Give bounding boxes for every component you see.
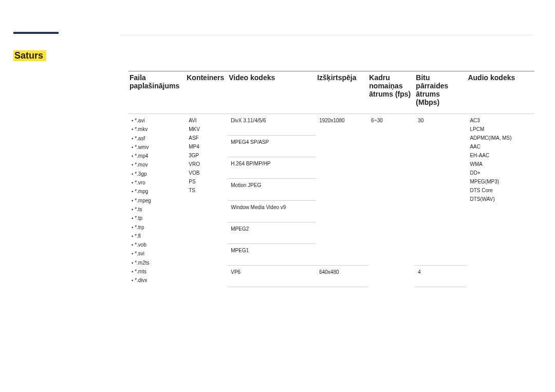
list-item: MKV <box>189 125 225 134</box>
cell-containers: AVI MKV ASF MP4 3GP VRO VOB PS TS <box>186 114 228 287</box>
list-item: *.tp <box>132 214 182 222</box>
list-item: *.vro <box>132 178 182 187</box>
list-item: *.wmv <box>132 143 182 152</box>
th-bitrate: Bitu pārraides ātrums (Mbps) <box>415 71 467 114</box>
list-item: PS <box>189 177 225 186</box>
list-item: TS <box>189 186 225 195</box>
list-item: 3GP <box>189 151 225 160</box>
cell-fps: 6~30 <box>368 114 415 287</box>
list-item: *.asf <box>132 134 182 143</box>
list-item: AVI <box>189 116 225 125</box>
list-item: *.mkv <box>132 125 182 134</box>
list-item: DTS(WAV) <box>470 195 531 203</box>
list-item: *.mts <box>132 267 182 276</box>
list-item: *.vob <box>132 240 182 249</box>
list-item: *.mpg <box>132 187 182 196</box>
table-row: *.avi *.mkv *.asf *.wmv *.mp4 *.mov *.3g… <box>128 114 534 136</box>
section-title: Saturs <box>13 50 46 61</box>
cell-bitrate: 4 <box>415 265 467 287</box>
cell-codec: H.264 BP/MP/HP <box>228 157 316 179</box>
cell-codec: DivX 3.11/4/5/6 <box>228 114 316 136</box>
list-item: ASF <box>189 134 225 142</box>
list-item: *.trp <box>132 223 182 232</box>
cell-codec: Window Media Video v9 <box>228 200 316 222</box>
list-item: EH-AAC <box>470 151 531 160</box>
table-header-row: Faila paplašinājums Konteiners Video kod… <box>128 71 534 114</box>
horizontal-rule <box>121 35 532 35</box>
list-item: *.avi <box>132 116 182 125</box>
cell-codec: VP6 <box>228 265 316 287</box>
list-item: *.mp4 <box>132 152 182 160</box>
cell-codec: MPEG1 <box>228 244 316 265</box>
list-item: AC3 <box>470 116 531 125</box>
th-audio: Audio kodeks <box>467 71 534 114</box>
cell-resolution: 640x480 <box>316 265 368 287</box>
list-item: *.svi <box>132 249 182 258</box>
decor-bar <box>13 32 59 34</box>
cell-codec: MPEG2 <box>228 222 316 244</box>
cell-codec: Motion JPEG <box>228 179 316 200</box>
th-resolution: Izšķirtspēja <box>316 71 368 114</box>
list-item: *.divx <box>132 276 182 285</box>
list-item: AAC <box>470 142 531 151</box>
list-item: *.ts <box>132 205 182 214</box>
list-item: DTS Core <box>470 186 531 195</box>
list-item: LPCM <box>470 125 531 134</box>
list-item: MPEG(MP3) <box>470 177 531 186</box>
cell-extensions: *.avi *.mkv *.asf *.wmv *.mp4 *.mov *.3g… <box>128 114 186 287</box>
list-item: *.mov <box>132 160 182 169</box>
th-ext: Faila paplašinājums <box>128 71 186 114</box>
list-item: *.mpeg <box>132 196 182 205</box>
list-item: *.3gp <box>132 170 182 178</box>
codec-table-wrap: Faila paplašinājums Konteiners Video kod… <box>128 71 534 287</box>
list-item: ADPMC(IMA, MS) <box>470 134 531 142</box>
list-item: *.fl <box>132 232 182 240</box>
list-item: MP4 <box>189 142 225 151</box>
th-container: Konteiners <box>186 71 228 114</box>
cell-bitrate: 30 <box>415 114 467 266</box>
cell-audio: AC3 LPCM ADPMC(IMA, MS) AAC EH-AAC WMA D… <box>467 114 534 287</box>
codec-table: Faila paplašinājums Konteiners Video kod… <box>128 71 534 287</box>
th-fps: Kadru nomaiņas ātrums (fps) <box>368 71 415 114</box>
list-item: DD+ <box>470 169 531 177</box>
list-item: WMA <box>470 160 531 169</box>
list-item: VRO <box>189 160 225 169</box>
th-codec: Video kodeks <box>228 71 316 114</box>
cell-codec: MPEG4 SP/ASP <box>228 136 316 157</box>
cell-resolution: 1920x1080 <box>316 114 368 266</box>
list-item: VOB <box>189 169 225 177</box>
list-item: *.m2ts <box>132 258 182 267</box>
